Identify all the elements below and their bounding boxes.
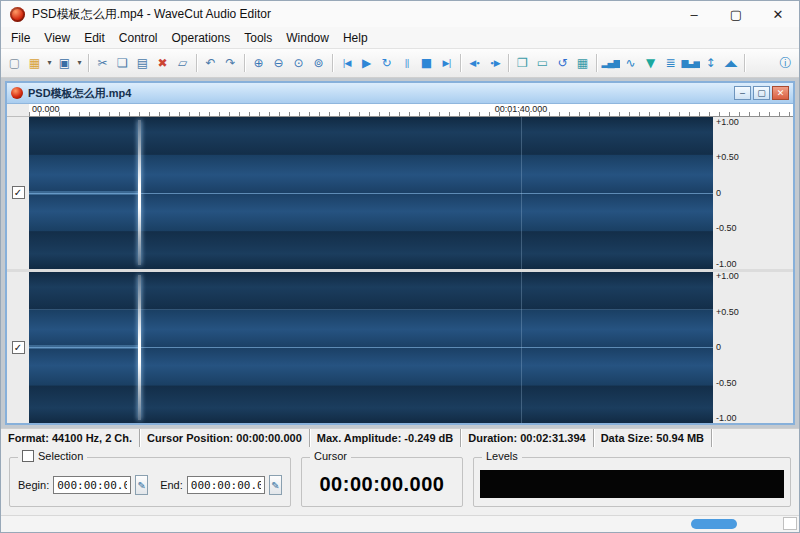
toolbar-separator xyxy=(596,54,597,72)
waveform-noise xyxy=(29,191,140,195)
trim-button[interactable]: ▱ xyxy=(173,52,192,74)
channel-right-checkbox[interactable]: ✓ xyxy=(12,341,25,354)
wavecut-window: PSD模板怎么用.mp4 - WaveCut Audio Editor – ▢ … xyxy=(0,0,800,533)
delete-button[interactable]: ✖ xyxy=(153,52,172,74)
cursor-group-label: Cursor xyxy=(310,450,351,462)
menu-tools[interactable]: Tools xyxy=(237,29,279,47)
minimize-button[interactable]: – xyxy=(673,1,715,27)
maximize-button[interactable]: ▢ xyxy=(715,1,757,27)
title-bar: PSD模板怎么用.mp4 - WaveCut Audio Editor – ▢ … xyxy=(1,1,799,27)
play-after-cursor-button[interactable]: ∙▶ xyxy=(485,52,504,74)
time-gridline xyxy=(521,272,522,424)
horizontal-scrollbar[interactable] xyxy=(1,515,799,532)
window-controls: – ▢ ✕ xyxy=(673,1,799,27)
document-window: PSD模板怎么用.mp4 – ▢ ✕ 00.00000:01:40.000 ✓ xyxy=(5,81,795,425)
amplitude-label: +1.00 xyxy=(716,117,739,127)
window-title: PSD模板怎么用.mp4 - WaveCut Audio Editor xyxy=(32,6,271,23)
amplitude-label: -0.50 xyxy=(716,223,737,233)
stop-button[interactable]: ■ xyxy=(417,52,436,74)
begin-label: Begin: xyxy=(18,479,49,491)
timeline-ruler[interactable]: 00.00000:01:40.000 xyxy=(29,104,793,117)
levels-group-label: Levels xyxy=(482,450,522,462)
menu-bar: FileViewEditControlOperationsToolsWindow… xyxy=(1,27,799,48)
waveform-noise xyxy=(29,345,140,349)
mdi-area: PSD模板怎么用.mp4 – ▢ ✕ 00.00000:01:40.000 ✓ xyxy=(1,78,799,428)
status-segment: Max. Amplitude: -0.249 dB xyxy=(309,429,461,447)
menu-window[interactable]: Window xyxy=(279,29,336,47)
document-close-button[interactable]: ✕ xyxy=(772,86,789,100)
selection-group-label: Selection xyxy=(18,450,87,462)
end-picker-button[interactable]: ✎ xyxy=(269,475,282,495)
zoom-in-button[interactable]: ⊕ xyxy=(249,52,268,74)
mixer-button[interactable]: ≣ xyxy=(661,52,680,74)
statistics-button[interactable]: ▂▄▆ xyxy=(601,52,620,74)
about-button[interactable]: ⓘ xyxy=(776,52,795,74)
amplitude-label: +0.50 xyxy=(716,307,739,317)
menu-file[interactable]: File xyxy=(4,29,37,47)
waveform-right[interactable] xyxy=(29,272,713,424)
begin-input[interactable] xyxy=(53,476,131,494)
begin-picker-button[interactable]: ✎ xyxy=(135,475,148,495)
document-minimize-button[interactable]: – xyxy=(734,86,751,100)
channel-left-checkbox[interactable]: ✓ xyxy=(12,186,25,199)
spectrum-button[interactable]: ∿ xyxy=(621,52,640,74)
new-file-button[interactable]: ▢ xyxy=(5,52,24,74)
toolbar-separator xyxy=(332,54,333,72)
save-dropdown-button[interactable]: ▾ xyxy=(75,52,84,74)
loop-play-button[interactable]: ↻ xyxy=(377,52,396,74)
selection-checkbox[interactable] xyxy=(22,450,34,462)
paste-button[interactable]: ▤ xyxy=(133,52,152,74)
crossfade-button[interactable]: ◢◣ xyxy=(721,52,740,74)
document-logo-icon xyxy=(11,87,23,99)
document-maximize-button[interactable]: ▢ xyxy=(753,86,770,100)
selection-label: Selection xyxy=(38,450,83,462)
cut-button[interactable]: ✂ xyxy=(93,52,112,74)
end-input[interactable] xyxy=(187,476,265,494)
status-segment: Data Size: 50.94 MB xyxy=(593,429,711,447)
zoom-out-button[interactable]: ⊖ xyxy=(269,52,288,74)
insert-silence-button[interactable]: ▭ xyxy=(533,52,552,74)
zoom-selection-button[interactable]: ⊙ xyxy=(289,52,308,74)
save-file-button[interactable]: ▣ xyxy=(55,52,74,74)
ruler-left-spacer xyxy=(7,104,29,117)
close-button[interactable]: ✕ xyxy=(757,1,799,27)
zoom-all-button[interactable]: ⊚ xyxy=(309,52,328,74)
copy-button[interactable]: ❏ xyxy=(113,52,132,74)
snap-grid-button[interactable]: ▦ xyxy=(573,52,592,74)
document-title-bar[interactable]: PSD模板怎么用.mp4 – ▢ ✕ xyxy=(7,83,793,104)
status-segment: Duration: 00:02:31.394 xyxy=(460,429,592,447)
toolbar-separator xyxy=(88,54,89,72)
channels-container: ✓ +1.00+0.500-0.50-1.00 xyxy=(7,117,793,423)
menu-control[interactable]: Control xyxy=(112,29,165,47)
menu-edit[interactable]: Edit xyxy=(77,29,112,47)
filter-button[interactable]: ▼ xyxy=(641,52,660,74)
play-before-cursor-button[interactable]: ◀∙ xyxy=(465,52,484,74)
toolbar-separator xyxy=(196,54,197,72)
history-button[interactable]: ↺ xyxy=(553,52,572,74)
scrollbar-thumb[interactable] xyxy=(691,519,737,529)
menu-operations[interactable]: Operations xyxy=(165,29,238,47)
go-to-end-button[interactable]: ▶| xyxy=(437,52,456,74)
document-window-controls: – ▢ ✕ xyxy=(734,86,789,100)
copy-to-new-button[interactable]: ❐ xyxy=(513,52,532,74)
menu-help[interactable]: Help xyxy=(336,29,375,47)
amplify-button[interactable]: ↕ xyxy=(701,52,720,74)
scrollbar-corner xyxy=(783,517,797,530)
levels-group: Levels xyxy=(473,457,791,507)
undo-button[interactable]: ↶ xyxy=(201,52,220,74)
status-filler xyxy=(711,429,799,447)
status-segment: Format: 44100 Hz, 2 Ch. xyxy=(1,429,139,447)
go-to-start-button[interactable]: |◀ xyxy=(337,52,356,74)
pause-button[interactable]: || xyxy=(397,52,416,74)
waveform-left[interactable] xyxy=(29,117,713,269)
open-dropdown-button[interactable]: ▾ xyxy=(45,52,54,74)
toolbar: ▢▦▾▣▾✂❏▤✖▱↶↷⊕⊖⊙⊚|◀▶↻||■▶|◀∙∙▶❐▭↺▦▂▄▆∿▼≣▆… xyxy=(1,48,799,78)
redo-button[interactable]: ↷ xyxy=(221,52,240,74)
equalizer-button[interactable]: ▆▃▅ xyxy=(681,52,700,74)
menu-view[interactable]: View xyxy=(37,29,77,47)
time-gridline xyxy=(521,117,522,269)
play-button[interactable]: ▶ xyxy=(357,52,376,74)
status-bar: Format: 44100 Hz, 2 Ch.Cursor Position: … xyxy=(1,428,799,447)
open-file-button[interactable]: ▦ xyxy=(25,52,44,74)
document-title: PSD模板怎么用.mp4 xyxy=(28,86,131,101)
